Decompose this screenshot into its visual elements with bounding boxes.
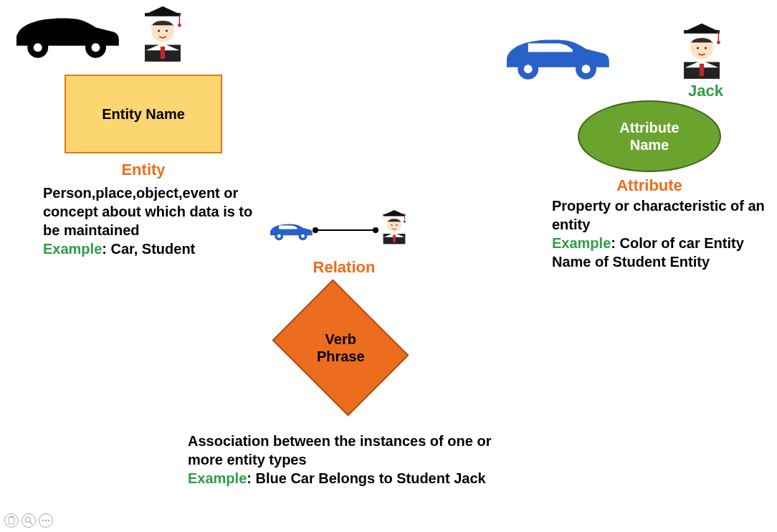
viewer-toolbar [4,513,53,528]
svg-point-3 [92,43,100,52]
car-icon [265,217,315,242]
relation-line [314,229,377,231]
relation-desc-block: Association between the instances of one… [188,432,525,488]
car-icon [4,0,126,61]
svg-point-36 [391,224,393,226]
relation-endpoint [313,227,318,233]
svg-point-48 [48,520,49,521]
student-icon [674,20,730,82]
svg-rect-6 [161,47,165,59]
svg-point-15 [524,65,533,73]
attribute-shape-label: Attribute Name [619,119,679,153]
svg-point-8 [158,29,160,32]
svg-rect-43 [10,516,13,518]
jack-label: Jack [688,82,723,100]
relation-shape-wrap: Verb Phrase [265,287,416,409]
svg-rect-11 [145,13,181,16]
relation-heading: Relation [265,258,423,277]
svg-rect-34 [393,234,396,242]
relation-desc: Association between the instances of one… [188,433,491,467]
svg-point-27 [717,41,720,44]
entity-heading: Entity [65,161,222,179]
attribute-desc-block: Property or characteristic of an entity … [552,196,767,271]
relation-shape-label: Verb Phrase [317,331,365,365]
svg-rect-25 [684,30,720,34]
student-graphic-left [135,3,191,67]
svg-marker-10 [146,6,180,14]
svg-point-1 [34,43,42,52]
svg-point-44 [26,518,31,523]
attribute-heading: Attribute [578,176,721,195]
svg-marker-38 [384,210,405,215]
svg-rect-42 [9,517,14,524]
svg-point-13 [178,24,181,27]
relation-shape: Verb Phrase [272,280,409,417]
svg-point-46 [42,520,44,521]
clipboard-icon[interactable] [4,513,19,528]
car-icon [495,22,616,82]
svg-point-9 [166,29,168,32]
student-icon [377,208,411,246]
svg-line-45 [30,522,32,524]
entity-example-text: : Car, Student [102,241,195,257]
entity-desc-block: Person,place,object,event or concept abo… [43,184,258,258]
relation-illustration [265,208,423,251]
svg-point-47 [45,520,47,521]
student-icon [135,3,191,65]
student-graphic-right [674,20,730,85]
entity-shape: Entity Name [65,75,222,153]
svg-point-22 [697,47,699,49]
svg-point-29 [277,234,281,238]
car-blue-graphic [495,22,616,85]
magnifier-icon[interactable] [22,513,36,528]
more-icon[interactable] [39,513,53,528]
svg-rect-39 [383,214,406,217]
relation-example-text: : Blue Car Belongs to Student Jack [247,470,485,486]
svg-point-17 [582,65,591,73]
car-black-graphic [4,0,126,64]
svg-point-41 [404,221,406,223]
svg-rect-20 [700,64,704,76]
attribute-desc: Property or characteristic of an entity [552,198,765,232]
relation-example-label: Example [188,470,247,486]
svg-marker-24 [685,24,719,32]
svg-point-37 [396,224,397,226]
svg-point-31 [301,234,305,238]
attribute-example-label: Example [552,235,611,251]
entity-shape-label: Entity Name [102,106,185,123]
entity-example-label: Example [43,241,102,257]
attribute-shape: Attribute Name [578,100,721,172]
entity-desc: Person,place,object,event or concept abo… [43,185,252,238]
svg-point-23 [705,47,707,49]
